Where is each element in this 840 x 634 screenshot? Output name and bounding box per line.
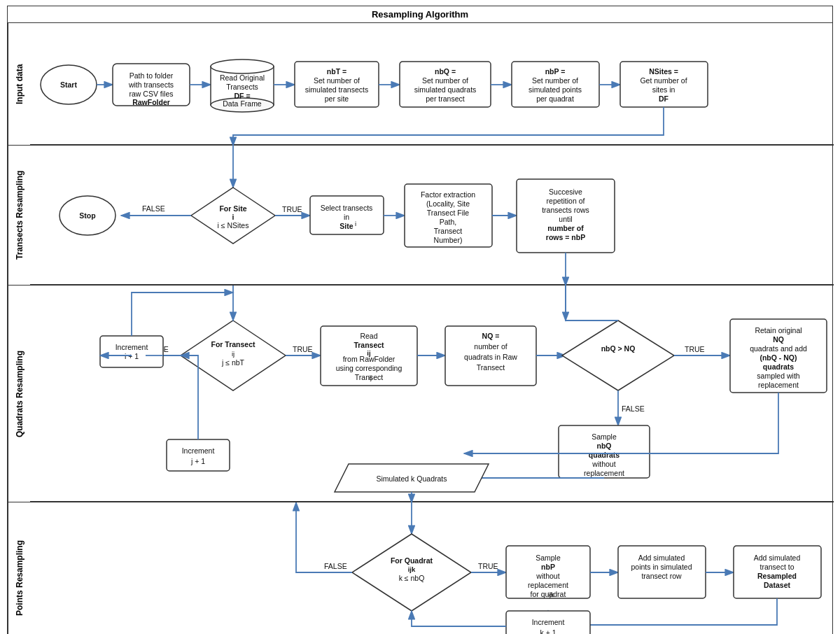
- read-trans-label3: from RawFolder: [343, 355, 396, 363]
- retain-label: Retain original: [755, 326, 802, 334]
- nbP-label4: per quadrat: [536, 94, 574, 103]
- svg-input: Start Path to folder with transects raw …: [30, 23, 834, 146]
- add-trans-label2: transect to: [760, 563, 794, 571]
- succ-label3: transects rows: [542, 206, 589, 214]
- succ-label5: number of: [547, 224, 584, 232]
- diagram-body: Input data Start: [8, 23, 832, 634]
- succ-label: Succesive: [549, 188, 582, 196]
- for-transect-label2: j ≤ nbT: [221, 358, 245, 367]
- read-orig-label2: Transects: [226, 83, 258, 91]
- row-content-transects: For Site i i ≤ NSites TRUE Select transe…: [30, 146, 834, 285]
- start-label: Start: [60, 80, 77, 89]
- rows-container: Input data Start: [8, 23, 834, 634]
- NQ-label4: Transect: [477, 363, 505, 372]
- for-quad-label: For Quadrat: [391, 556, 433, 565]
- sample-label: Sample: [592, 432, 617, 441]
- read-trans-label4: using corresponding: [336, 364, 402, 372]
- for-site-label3: i ≤ NSites: [218, 221, 249, 230]
- retain-label6: sampled with: [757, 372, 799, 380]
- nbP-label: nbP =: [545, 67, 566, 76]
- NSites-label2: Get number of: [640, 76, 687, 85]
- incr-j-label: Increment: [182, 446, 215, 455]
- row-content-input: Start Path to folder with transects raw …: [30, 23, 834, 145]
- row-content-points: For Quadrat ijk k ≤ nbQ FALSE TRUE Sampl…: [30, 502, 834, 634]
- svg-marker-35: [562, 320, 674, 390]
- select-label: Select transects: [321, 204, 373, 212]
- path-label3: raw CSV files: [129, 90, 173, 98]
- factor-label6: Number): [434, 236, 463, 244]
- incr-i-label: Increment: [115, 343, 148, 351]
- diagram-title: Resampling Algorithm: [8, 6, 832, 23]
- add-trans-label: Add simulated: [754, 554, 801, 562]
- sample-nbP-label2: nbP: [541, 563, 555, 571]
- true-label1: TRUE: [282, 205, 302, 213]
- section-row-input: Input data Start: [8, 23, 834, 146]
- rawfolder-label: RawFolder: [132, 98, 170, 106]
- nbT-label: nbT =: [327, 67, 346, 76]
- for-site-label2: i: [232, 213, 234, 221]
- svg-quadrats: For Transect ij j ≤ nbT TRUE Read Transe…: [30, 286, 834, 502]
- add-pts-label: Add simulated: [638, 554, 685, 562]
- nbQ-label3: simulated quadrats: [414, 85, 477, 94]
- nbT-label3: simulated transects: [305, 85, 368, 94]
- nbQ-label: nbQ =: [435, 67, 456, 76]
- section-row-transects: Transects Resampling For Site i i ≤ NSit…: [8, 146, 834, 286]
- for-site-label: For Site: [219, 204, 246, 213]
- succ-label4: until: [559, 215, 572, 223]
- add-pts-label2: points in simulated: [631, 563, 692, 571]
- read-orig-label: Read Original: [220, 73, 265, 82]
- svg-transects: For Site i i ≤ NSites TRUE Select transe…: [30, 146, 834, 286]
- select-label4: i: [355, 220, 356, 227]
- sample-label4: without: [592, 460, 615, 468]
- true-label3: TRUE: [685, 345, 705, 353]
- false-label1: FALSE: [142, 204, 165, 213]
- for-transect-sub: ij: [232, 350, 234, 358]
- section-row-quadrats: Quadrats Resampling For Transect ij j ≤ …: [8, 286, 834, 502]
- for-transect-label: For Transect: [211, 340, 255, 348]
- incr-j-label2: j + 1: [190, 457, 205, 465]
- sample-nbP-label3: without: [536, 572, 559, 580]
- read-trans-label5b: ij: [369, 374, 372, 381]
- factor-label3: Transect File: [427, 209, 469, 217]
- sample-nbP-label4: replacement: [528, 581, 568, 589]
- nbQ-label4: per transect: [426, 94, 465, 103]
- path-label: Path to folder: [130, 71, 174, 80]
- retain-label2: NQ: [773, 335, 784, 344]
- nbP-label3: simulated points: [528, 85, 582, 94]
- section-row-points: Points Resampling For Quadrat ijk k ≤ nb…: [8, 502, 834, 634]
- row-label-transects: Transects Resampling: [8, 146, 30, 285]
- succ-label6: rows = nbP: [546, 233, 585, 241]
- svg-point-7: [211, 59, 274, 73]
- factor-label: Factor extraction: [421, 190, 475, 199]
- true-label2: TRUE: [293, 345, 313, 353]
- nbT-label4: per site: [325, 94, 349, 103]
- retain-label4: (nbQ - NQ): [760, 353, 797, 362]
- NSites-label3: sites in: [652, 85, 676, 94]
- factor-label5: Transect: [434, 227, 463, 235]
- factor-label2: (Locality, Site: [426, 199, 470, 208]
- svg-points: For Quadrat ijk k ≤ nbQ FALSE TRUE Sampl…: [30, 502, 834, 634]
- path-label2: with transects: [128, 80, 174, 89]
- sample-nbP-label5b: ijk: [548, 591, 554, 598]
- select-label2: in: [344, 213, 349, 221]
- NSites-label4: DF: [659, 94, 669, 103]
- retain-label7: replacement: [758, 381, 799, 389]
- row-content-quadrats: For Transect ij j ≤ nbT TRUE Read Transe…: [30, 286, 834, 502]
- false-label-quad: FALSE: [324, 562, 347, 570]
- sample-nbP-label: Sample: [536, 554, 561, 562]
- false-label2: FALSE: [622, 404, 645, 413]
- NSites-label: NSites =: [649, 67, 678, 76]
- sample-label3: quadrats: [589, 451, 620, 459]
- for-quad-label2: k ≤ nbQ: [399, 574, 425, 582]
- select-label3: Site: [340, 222, 353, 230]
- row-label-input: Input data: [8, 23, 30, 145]
- add-pts-label3: transect row: [641, 572, 682, 580]
- nbQ-gt-NQ-label: nbQ > NQ: [601, 344, 636, 353]
- diagram-wrapper: Resampling Algorithm Input data: [7, 6, 833, 634]
- read-trans-label2: Transect: [354, 341, 384, 349]
- add-trans-label4: Dataset: [764, 581, 790, 589]
- sample-label5: replacement: [584, 469, 624, 477]
- svg-rect-42: [167, 439, 230, 471]
- incr-i-label2: i + 1: [125, 352, 139, 360]
- df-label2: Data Frame: [223, 99, 262, 108]
